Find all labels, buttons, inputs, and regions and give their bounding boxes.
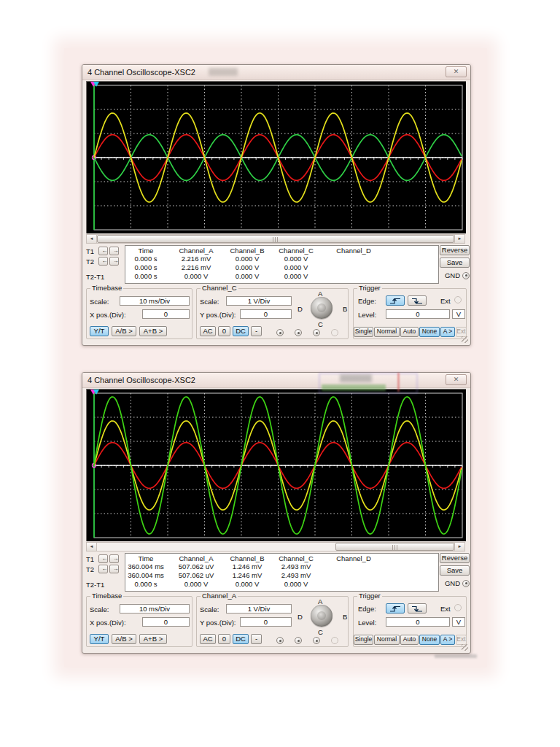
- t1-left-button[interactable]: ←: [98, 554, 108, 563]
- gnd-label: GND: [445, 271, 460, 279]
- rising-edge-button[interactable]: [386, 603, 405, 614]
- channel-scale-field[interactable]: 1 V/Div: [226, 604, 292, 614]
- t2-left-button[interactable]: ←: [98, 257, 108, 266]
- minus-coupling-button[interactable]: -: [251, 634, 262, 644]
- trigger-a-button[interactable]: A >: [440, 635, 455, 645]
- title-bar[interactable]: 4 Channel Oscilloscope-XSC2 ✕: [82, 65, 470, 80]
- trigger-level-field[interactable]: 0: [386, 617, 450, 627]
- save-button[interactable]: Save: [440, 565, 470, 576]
- trigger-single-button[interactable]: Single: [354, 635, 373, 645]
- dc-coupling-button[interactable]: DC: [233, 634, 249, 644]
- scrollbar-left-arrow-icon[interactable]: ◄: [87, 543, 97, 551]
- timebase-xpos-field[interactable]: 0: [142, 309, 190, 319]
- channel-c-radio[interactable]: [313, 637, 320, 644]
- trigger-a-button[interactable]: A >: [440, 327, 455, 337]
- diff-channel-c: 0.000 V: [268, 580, 324, 589]
- zero-coupling-button[interactable]: 0: [218, 634, 230, 644]
- zero-coupling-button[interactable]: 0: [218, 326, 230, 336]
- trigger-auto-button[interactable]: Auto: [400, 327, 419, 337]
- channel-c-radio[interactable]: [313, 329, 320, 336]
- channel-d-radio[interactable]: [331, 637, 338, 644]
- left-arrow-icon: ←: [99, 258, 110, 265]
- t2-right-button[interactable]: →: [109, 257, 119, 266]
- scrollbar-left-arrow-icon[interactable]: ◄: [87, 235, 97, 243]
- knob-label-d: D: [298, 305, 303, 313]
- falling-edge-button[interactable]: [408, 295, 427, 306]
- scrollbar-thumb[interactable]: [97, 235, 454, 243]
- rising-edge-icon: [389, 298, 401, 304]
- trigger-level-field[interactable]: 0: [386, 309, 450, 319]
- t2-channel-c: 2.493 mV: [268, 571, 324, 580]
- trigger-none-button[interactable]: None: [419, 327, 440, 337]
- a-plus-b-mode-button[interactable]: A+B >: [139, 326, 167, 336]
- close-button[interactable]: ✕: [446, 66, 467, 77]
- channel-d-radio[interactable]: [331, 329, 338, 336]
- title-bar[interactable]: 4 Channel Oscilloscope-XSC2 ✕: [82, 373, 470, 388]
- channel-a-radio[interactable]: [276, 329, 284, 336]
- trigger-ext-radio[interactable]: [454, 604, 462, 611]
- resize-grip-icon[interactable]: [462, 336, 468, 343]
- dc-coupling-button[interactable]: DC: [233, 326, 249, 336]
- t1-left-button[interactable]: ←: [98, 247, 108, 255]
- trigger-group-label: Trigger: [357, 592, 382, 600]
- scrollbar-right-arrow-icon[interactable]: ►: [454, 235, 464, 243]
- a-plus-b-mode-button[interactable]: A+B >: [139, 634, 167, 644]
- ab-mode-button[interactable]: A/B >: [112, 634, 136, 644]
- t1-right-button[interactable]: →: [109, 554, 119, 563]
- measurement-panel: T1 ← → T2 ← → T2-T1 Time 0.000 s 0.000 s…: [86, 245, 467, 284]
- save-button[interactable]: Save: [440, 258, 470, 268]
- channel-ypos-field[interactable]: 0: [240, 309, 292, 319]
- falling-edge-button[interactable]: [408, 603, 427, 614]
- channel-select-knob[interactable]: [311, 605, 332, 627]
- trigger-none-button[interactable]: None: [419, 635, 440, 645]
- ac-coupling-button[interactable]: AC: [200, 326, 216, 336]
- horizontal-scrollbar[interactable]: ◄ ►: [86, 542, 465, 551]
- trigger-normal-button[interactable]: Normal: [374, 635, 400, 645]
- knob-label-d: D: [298, 613, 303, 621]
- t1-channel-b: 0.000 V: [226, 255, 268, 263]
- diff-time: 0.000 s: [125, 580, 166, 589]
- gnd-radio[interactable]: [462, 272, 470, 279]
- t2-label: T2: [86, 565, 97, 573]
- trigger-single-button[interactable]: Single: [354, 327, 373, 337]
- t1-right-button[interactable]: →: [109, 247, 119, 255]
- yt-mode-button[interactable]: Y/T: [90, 634, 109, 644]
- reverse-button[interactable]: Reverse: [440, 245, 470, 255]
- channel-scale-field[interactable]: 1 V/Div: [226, 296, 292, 306]
- resize-grip-icon[interactable]: [462, 644, 468, 651]
- scrollbar-thumb[interactable]: [335, 543, 454, 551]
- trigger-normal-button[interactable]: Normal: [374, 327, 400, 337]
- close-button[interactable]: ✕: [446, 374, 467, 385]
- trigger-ext-radio[interactable]: [454, 296, 462, 303]
- left-arrow-icon: ←: [99, 565, 110, 573]
- rising-edge-button[interactable]: [386, 295, 405, 306]
- channel-ypos-field[interactable]: 0: [240, 617, 292, 627]
- diff-channel-c: 0.000 V: [268, 272, 324, 281]
- t2-right-button[interactable]: →: [109, 565, 119, 573]
- falling-edge-icon: [411, 605, 423, 612]
- timebase-scale-field[interactable]: 10 ms/Div: [120, 296, 190, 306]
- horizontal-scrollbar[interactable]: ◄ ►: [86, 234, 465, 244]
- t2-channel-d: [324, 263, 384, 272]
- channel-b-radio[interactable]: [295, 329, 302, 336]
- reverse-button[interactable]: Reverse: [440, 553, 470, 563]
- channel-select-knob[interactable]: [311, 297, 332, 319]
- gnd-radio[interactable]: [462, 580, 470, 587]
- close-icon: ✕: [454, 376, 459, 383]
- trigger-auto-button[interactable]: Auto: [400, 635, 419, 645]
- timebase-scale-field[interactable]: 10 ms/Div: [120, 604, 190, 614]
- channel-b-radio[interactable]: [295, 637, 302, 644]
- trigger-ext-label: Ext: [440, 297, 451, 305]
- yt-mode-button[interactable]: Y/T: [90, 326, 109, 336]
- timebase-xpos-field[interactable]: 0: [142, 617, 190, 627]
- knob-label-b: B: [343, 305, 347, 313]
- column-header-channel-d: Channel_D: [324, 554, 384, 562]
- minus-coupling-button[interactable]: -: [251, 326, 262, 336]
- timebase-group: Timebase Scale: 10 ms/Div X pos.(Div): 0…: [86, 596, 192, 647]
- channel-scale-label: Scale:: [200, 298, 219, 306]
- channel-a-radio[interactable]: [276, 637, 284, 644]
- ab-mode-button[interactable]: A/B >: [112, 326, 136, 336]
- t2-left-button[interactable]: ←: [98, 565, 108, 573]
- ac-coupling-button[interactable]: AC: [200, 634, 216, 644]
- scrollbar-right-arrow-icon[interactable]: ►: [454, 543, 464, 551]
